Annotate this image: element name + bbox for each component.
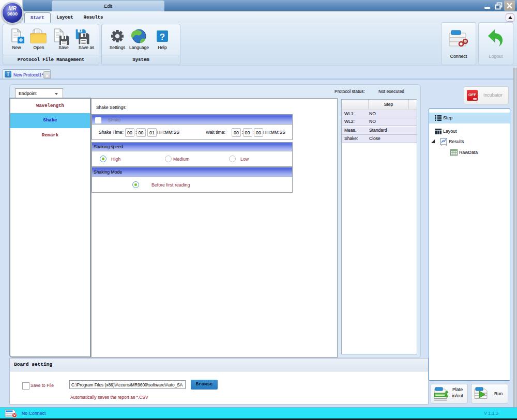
svg-text:?: ? [160,32,165,42]
